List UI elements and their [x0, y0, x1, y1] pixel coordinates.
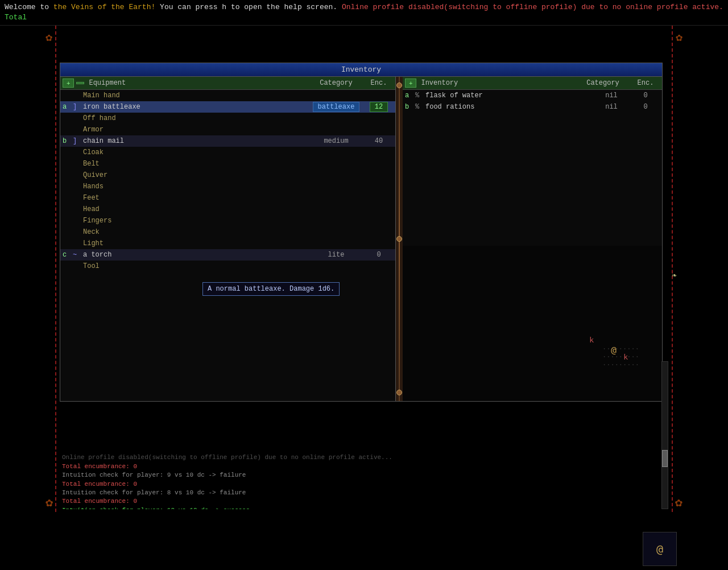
eq-item-row-battleaxe[interactable]: a ] iron battleaxe battleaxe 12 [60, 101, 395, 113]
side-right-icon: ❧ [672, 270, 677, 280]
section-feet: Feet [60, 192, 395, 204]
item-tooltip: A normal battleaxe. Damage 1d6. [202, 282, 340, 296]
divider-dot-top [396, 82, 402, 88]
log-line-5: Intuition check for player: 8 vs 10 dc -… [62, 489, 393, 497]
map-player-icon: @ [611, 345, 617, 356]
divider-dot-mid [396, 236, 402, 242]
inventory-items-list: a % flask of water nil 0 b % food ration… [403, 90, 662, 246]
corner-bl-icon: ✿ [46, 495, 53, 510]
equipment-panel: + Equipment Category Enc. Main hand [60, 77, 396, 401]
welcome-text2: You can press h to open the help screen. [160, 3, 342, 11]
panel-divider [396, 77, 403, 401]
welcome-bar: Welcome to the Veins of the Earth! You c… [0, 0, 728, 26]
map-enemy1: k [589, 336, 594, 344]
log-line-4: Total encumbrance: 0 [62, 480, 393, 489]
welcome-text1: Welcome to [5, 3, 53, 11]
equipment-list: Main hand a ] iron battleaxe battleaxe 1… [60, 90, 395, 272]
total-text: Total [5, 13, 27, 22]
game-area: ✿ ✿ Inventory + Equipment Category Enc. [0, 26, 728, 570]
corner-tr-icon: ✿ [676, 30, 682, 44]
section-quiver: Quiver [60, 170, 395, 181]
map-preview: ......... ......... ......... @ k k [403, 246, 662, 402]
inventory-right-header: + Inventory Category Enc. [403, 77, 662, 90]
log-area: Online profile disabled(switching to off… [60, 452, 395, 509]
battleaxe-category: battleaxe [313, 102, 360, 112]
section-belt: Belt [60, 158, 395, 170]
corner-br-icon: ✿ [675, 495, 682, 510]
online-status: Online profile disabled(switching to off… [342, 3, 723, 11]
log-line-6: Total encumbrance: 0 [62, 497, 393, 506]
game-name: the Veins of the Earth! [53, 3, 155, 11]
equipment-btn1[interactable]: + [63, 79, 74, 88]
section-fingers: Fingers [60, 215, 395, 226]
equipment-btn2[interactable] [76, 82, 84, 84]
border-right [672, 26, 673, 512]
corner-tl-icon: ✿ [46, 30, 52, 44]
inventory-title: Inventory [60, 63, 662, 77]
section-off-hand: Off hand [60, 113, 395, 124]
scrollbar-thumb[interactable] [662, 450, 668, 467]
log-scrollbar[interactable] [661, 361, 668, 509]
eq-item-row-chainmail[interactable]: b ] chain mail medium 40 [60, 135, 395, 147]
log-line-3: Intuition check for player: 9 vs 10 dc -… [62, 471, 393, 480]
map-floor-tiles: ......... ......... ......... [602, 343, 639, 367]
inv-item-row-food[interactable]: b % food rations nil 0 [403, 101, 662, 113]
status-bar: @ Jaheira Du ☺ Level / Exp: ⚔ / 0% Hit P… [0, 509, 455, 570]
section-neck: Neck [60, 226, 395, 238]
section-light: Light [60, 238, 395, 249]
equipment-header: + Equipment Category Enc. [60, 77, 395, 90]
inventory-right-panel: + Inventory Category Enc. a % flask of w… [403, 77, 662, 401]
map-enemy2: k [623, 353, 628, 361]
section-tool: Tool [60, 261, 395, 272]
section-cloak: Cloak [60, 147, 395, 158]
section-head: Head [60, 204, 395, 215]
bottom-right-avatar: @ [643, 532, 677, 566]
log-line-1: Online profile disabled(switching to off… [62, 453, 393, 462]
inventory-btn1[interactable]: + [405, 79, 416, 88]
divider-dot-bottom [396, 390, 402, 395]
inventory-panels: + Equipment Category Enc. Main hand [60, 77, 662, 401]
eq-item-row-torch[interactable]: c ~ a torch lite 0 [60, 249, 395, 261]
section-armor: Armor [60, 124, 395, 135]
battleaxe-enc: 12 [370, 102, 388, 112]
section-hands: Hands [60, 181, 395, 192]
section-main-hand: Main hand [60, 90, 395, 101]
border-left [55, 26, 56, 512]
inventory-window: Inventory + Equipment Category Enc. [60, 63, 663, 402]
log-line-2: Total encumbrance: 0 [62, 462, 393, 471]
inv-item-row-flask[interactable]: a % flask of water nil 0 [403, 90, 662, 101]
